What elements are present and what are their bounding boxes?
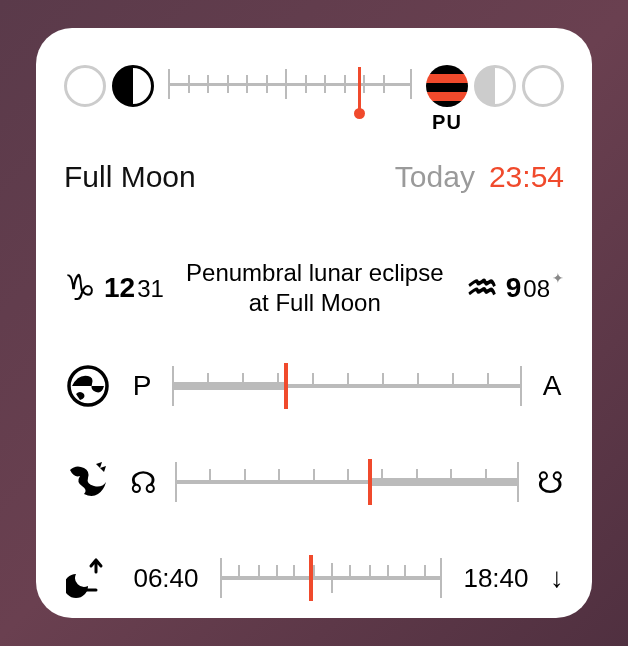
moonset-time: 18:40: [460, 563, 532, 594]
left-degrees: 12: [104, 272, 135, 303]
south-node-icon: ☋: [537, 465, 564, 500]
position-right: ♒︎ 908✦: [466, 267, 564, 309]
aquarius-icon: ♒︎: [466, 267, 498, 309]
phase-marker: [358, 67, 361, 115]
moon-widget: PU Full Moon Today 23:54 ♑︎ 1231 Penumbr…: [36, 28, 592, 618]
phase-new-icon: [64, 65, 106, 107]
phase-first-quarter-icon: [112, 65, 154, 107]
phase-new-end-icon: [522, 65, 564, 107]
perigee-label: P: [130, 370, 154, 402]
apsis-marker: [284, 363, 288, 409]
left-minutes: 31: [137, 275, 164, 302]
rise-set-row: 06:40 18:40 ↓: [64, 550, 564, 606]
phase-last-quarter-icon: [474, 65, 516, 107]
title-row: Full Moon Today 23:54: [64, 160, 564, 194]
right-minutes: 08: [523, 275, 550, 302]
position-left: ♑︎ 1231: [64, 267, 164, 309]
moonrise-time: 06:40: [130, 563, 202, 594]
node-slider: [175, 457, 519, 507]
pu-label: PU: [426, 111, 468, 134]
right-degrees: 9: [506, 272, 522, 303]
globe-icon: [64, 364, 112, 408]
node-row: ☊ ☋: [64, 454, 564, 510]
moonrise-icon: [64, 556, 112, 600]
event-description: Penumbral lunar eclipse at Full Moon: [174, 258, 456, 318]
day-marker: [309, 555, 313, 601]
event-time: 23:54: [489, 160, 564, 194]
capricorn-icon: ♑︎: [64, 267, 96, 309]
node-marker: [368, 459, 372, 505]
positions-row: ♑︎ 1231 Penumbral lunar eclipse at Full …: [64, 258, 564, 318]
apogee-label: A: [540, 370, 564, 402]
down-arrow-icon: ↓: [550, 562, 564, 594]
phase-full-icon: PU: [426, 65, 468, 107]
dragon-icon: [64, 460, 112, 504]
north-node-icon: ☊: [130, 465, 157, 500]
day-slider: [220, 553, 442, 603]
phase-name: Full Moon: [64, 160, 196, 194]
phase-row: PU: [64, 56, 564, 116]
phase-progress-scale: [168, 61, 412, 111]
apsis-row: P A: [64, 358, 564, 414]
apsis-slider: [172, 361, 522, 411]
day-label: Today: [395, 160, 475, 194]
star-icon: ✦: [552, 270, 564, 286]
